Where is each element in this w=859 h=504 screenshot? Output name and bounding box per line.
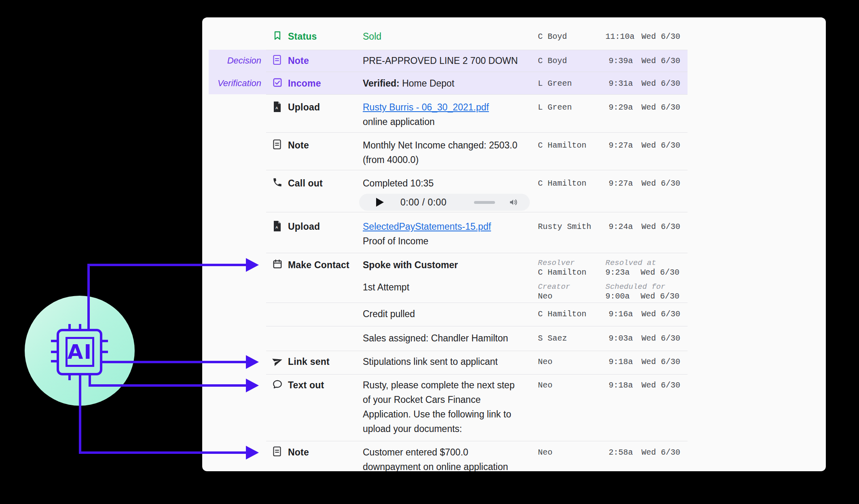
row-divider xyxy=(266,441,688,441)
note-icon xyxy=(266,138,288,170)
chip-pin xyxy=(79,324,81,329)
meta-timestamp: 9:00aWed 6/30 xyxy=(605,292,679,301)
content-line: of your Rocket Cars Finance xyxy=(363,392,538,407)
content-line: Credit pulled xyxy=(363,307,538,321)
row-content: Rusty, please complete the next stepof y… xyxy=(363,378,538,441)
row-user: Neo xyxy=(538,445,605,471)
timeline-row: VerificationIncomeVerified: Home DepotL … xyxy=(202,72,826,94)
row-type-label xyxy=(288,307,363,326)
row-time: 11:10a xyxy=(605,29,633,50)
row-divider xyxy=(266,212,688,212)
row-content: PRE-APPROVED LINE 2 700 DOWN xyxy=(363,53,538,72)
content-line: Monthly Net Income changed: 2503.0 xyxy=(363,138,538,152)
ai-chip-core: AI xyxy=(66,337,94,367)
timeline-row: Make ContactSpoke with Customer1st Attem… xyxy=(202,253,826,303)
timeline-row: Sales assigned: Chandler HamiltonS Saez … xyxy=(202,326,826,351)
row-type-label: Link sent xyxy=(288,354,363,374)
row-content: Completed 10:35 0:00 / 0:00 xyxy=(363,176,538,212)
row-user: C Boyd xyxy=(538,29,605,50)
row-time: 2:58a xyxy=(605,445,633,471)
ai-arrow-line-link-sent xyxy=(102,361,246,363)
meta-label: Scheduled for xyxy=(605,282,679,292)
play-icon[interactable] xyxy=(376,198,384,207)
content-text: Completed 10:35 xyxy=(363,178,434,188)
spacer xyxy=(633,76,641,94)
ai-arrow-line-make-contact xyxy=(87,264,246,266)
row-annotation: Decision xyxy=(202,53,266,72)
content-text: of your Rocket Cars Finance xyxy=(363,394,480,405)
content-text: Sales assigned: Chandler Hamilton xyxy=(363,333,508,343)
timeline-row: DecisionNotePRE-APPROVED LINE 2 700 DOWN… xyxy=(202,50,826,72)
timeline-row: AUploadSelectedPayStatements-15.pdfProof… xyxy=(202,212,826,253)
content-text: downpayment on online application xyxy=(363,462,508,471)
row-date: Wed 6/30 xyxy=(641,138,688,170)
content-line: downpayment on online application xyxy=(363,460,538,471)
content-line: Stipulations link sent to applicant xyxy=(363,354,538,369)
note-icon xyxy=(266,53,288,72)
audio-player[interactable]: 0:00 / 0:00 xyxy=(359,194,530,211)
chip-pin xyxy=(51,360,57,362)
document-link[interactable]: SelectedPayStatements-15.pdf xyxy=(363,221,491,232)
row-divider xyxy=(266,303,688,303)
row-user: C Boyd xyxy=(538,53,605,72)
spacer xyxy=(633,354,641,374)
spacer xyxy=(633,29,641,50)
document-link[interactable]: Rusty Burris - 06_30_2021.pdf xyxy=(363,102,489,112)
row-content: Sold xyxy=(363,29,538,50)
content-text: (from 4000.0) xyxy=(363,155,419,165)
row-type-label: Income xyxy=(288,76,363,94)
row-type-label: Call out xyxy=(288,176,363,212)
screenshot-stage: StatusSoldC Boyd 11:10a Wed 6/30Decision… xyxy=(0,0,859,504)
row-time: 9:39a xyxy=(605,53,633,72)
row-content: Spoke with Customer1st Attempt xyxy=(363,258,538,306)
content-text: Sold xyxy=(363,31,381,42)
chip-pin xyxy=(68,375,71,380)
content-line: Sold xyxy=(363,29,538,44)
row-content: Stipulations link sent to applicant xyxy=(363,354,538,374)
activity-timeline-panel: StatusSoldC Boyd 11:10a Wed 6/30Decision… xyxy=(202,17,826,471)
spacer xyxy=(633,307,641,326)
volume-icon[interactable] xyxy=(508,197,518,207)
row-date: Wed 6/30 xyxy=(641,219,688,253)
content-line: Rusty Burris - 06_30_2021.pdf xyxy=(363,100,538,114)
content-line: Customer entered $700.0 xyxy=(363,445,538,460)
meta-value: Neo xyxy=(538,292,605,301)
meta-timestamp: 9:23aWed 6/30 xyxy=(605,268,679,277)
pdf-file-icon: A xyxy=(266,219,288,253)
pdf-file-icon: A xyxy=(266,100,288,132)
row-annotation xyxy=(202,307,266,326)
spacer xyxy=(633,53,641,72)
content-text: 1st Attempt xyxy=(363,282,409,292)
row-type-label: Upload xyxy=(288,100,363,132)
content-text: Spoke with Customer xyxy=(363,260,458,270)
content-text: Verified: xyxy=(363,78,400,89)
row-divider xyxy=(266,374,688,375)
content-text: Home Depot xyxy=(400,78,455,89)
row-divider xyxy=(266,94,688,95)
content-line: Completed 10:35 xyxy=(363,176,538,191)
content-line: Sales assigned: Chandler Hamilton xyxy=(363,331,538,345)
spacer xyxy=(633,445,641,471)
row-user: S Saez xyxy=(538,331,605,351)
content-line: Application. Use the following link to xyxy=(363,407,538,421)
row-divider xyxy=(266,170,688,170)
row-divider xyxy=(266,253,688,253)
row-content: Customer entered $700.0downpayment on on… xyxy=(363,445,538,471)
content-text: Application. Use the following link to xyxy=(363,409,511,419)
row-divider xyxy=(266,351,688,351)
content-line: 1st Attempt xyxy=(363,280,538,294)
row-content: SelectedPayStatements-15.pdfProof of Inc… xyxy=(363,219,538,253)
row-date: Wed 6/30 xyxy=(641,100,688,132)
row-time: 9:16a xyxy=(605,307,633,326)
content-line: Rusty, please complete the next step xyxy=(363,378,538,392)
row-user: Neo xyxy=(538,378,605,441)
row-time: 9:18a xyxy=(605,354,633,374)
content-line: (from 4000.0) xyxy=(363,152,538,167)
timeline-row: Link sentStipulations link sent to appli… xyxy=(202,351,826,374)
row-user: C Hamilton xyxy=(538,176,605,212)
chip-pin xyxy=(51,340,57,342)
row-type-label: Make Contact xyxy=(288,258,363,306)
ai-arrow-line-text-out xyxy=(89,384,246,387)
timeline-row: NoteMonthly Net Income changed: 2503.0(f… xyxy=(202,132,826,170)
audio-progress[interactable] xyxy=(474,201,495,204)
